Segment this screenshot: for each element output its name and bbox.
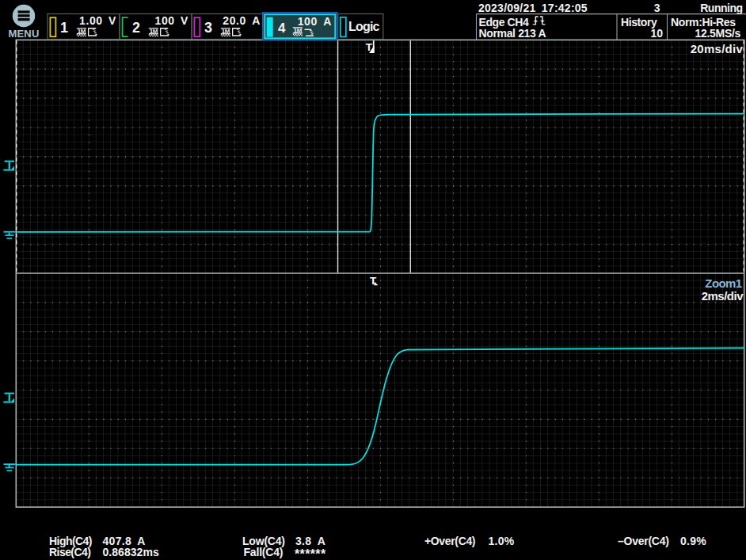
svg-text:T: T	[366, 41, 373, 53]
svg-text:T: T	[370, 275, 377, 287]
